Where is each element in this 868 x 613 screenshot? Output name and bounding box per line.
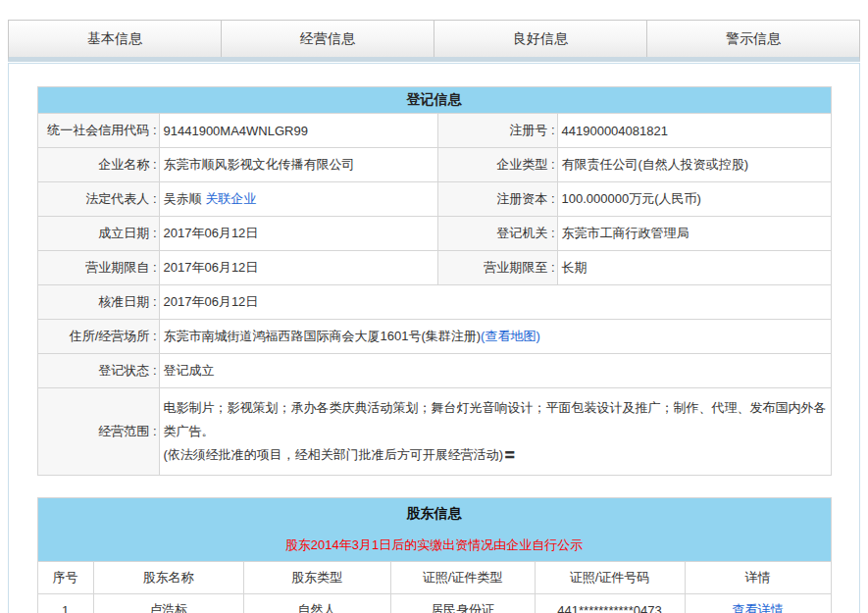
table-row: 企业名称 : 东莞市顺风影视文化传播有限公司 企业类型 : 有限责任公司(自然人… [37, 148, 831, 182]
term-to-value: 长期 [557, 251, 831, 285]
tab-good-info[interactable]: 良好信息 [434, 21, 647, 57]
registration-table-title: 登记信息 [37, 87, 831, 114]
table-row: 法定代表人 : 吴赤顺 关联企业 注册资本 : 100.000000万元(人民币… [37, 182, 831, 217]
table-title-row: 登记信息 [37, 87, 831, 114]
tab-basic-info[interactable]: 基本信息 [9, 21, 222, 57]
row-seq: 1 [37, 594, 93, 613]
col-header-id-type: 证照/证件类型 [390, 562, 535, 594]
shareholder-info-table: 股东信息 股东2014年3月1日后的实缴出资情况由企业自行公示 序号 股东名称 … [37, 497, 832, 613]
row-type: 自然人 [243, 594, 390, 613]
shareholder-table-title: 股东信息 [37, 498, 831, 531]
establish-date-label: 成立日期 : [37, 217, 159, 251]
reg-status-value: 登记成立 [159, 354, 831, 388]
view-map-link[interactable]: (查看地图) [481, 329, 540, 343]
tab-business-info[interactable]: 经营信息 [222, 21, 434, 57]
legal-rep-cell: 吴赤顺 关联企业 [159, 182, 437, 217]
company-name-label: 企业名称 : [37, 148, 159, 182]
col-header-id-no: 证照/证件号码 [535, 562, 685, 594]
col-header-name: 股东名称 [93, 562, 243, 594]
legal-rep-label: 法定代表人 : [37, 182, 159, 217]
term-to-label: 营业期限至 : [437, 251, 557, 285]
establish-date-value: 2017年06月12日 [159, 217, 437, 251]
table-notice-row: 股东2014年3月1日后的实缴出资情况由企业自行公示 [37, 530, 831, 562]
company-type-value: 有限责任公司(自然人投资或控股) [557, 148, 831, 182]
approval-date-label: 核准日期 : [37, 285, 159, 320]
company-name-value: 东莞市顺风影视文化传播有限公司 [159, 148, 437, 182]
term-from-value: 2017年06月12日 [159, 251, 437, 285]
business-scope-label: 经营范围 : [37, 388, 159, 476]
col-header-detail: 详情 [685, 562, 831, 594]
reg-authority-label: 登记机关 : [437, 217, 557, 251]
credit-code-label: 统一社会信用代码 : [37, 114, 159, 148]
address-cell: 东莞市南城街道鸿福西路国际商会大厦1601号(集群注册)(查看地图) [159, 320, 831, 354]
table-row: 营业期限自 : 2017年06月12日 营业期限至 : 长期 [37, 251, 831, 285]
reg-authority-value: 东莞市工商行政管理局 [557, 217, 831, 251]
approval-date-value: 2017年06月12日 [159, 285, 831, 320]
row-id-no: 441***********0473 [535, 594, 685, 613]
legal-rep-value: 吴赤顺 [164, 191, 202, 206]
table-row: 统一社会信用代码 : 91441900MA4WNLGR99 注册号 : 4419… [37, 114, 831, 148]
table-header-row: 序号 股东名称 股东类型 证照/证件类型 证照/证件号码 详情 [37, 562, 831, 594]
row-name: 卢浩标 [93, 594, 243, 613]
tab-bar: 基本信息 经营信息 良好信息 警示信息 [8, 20, 860, 62]
credit-code-value: 91441900MA4WNLGR99 [159, 114, 437, 148]
tab-warning-info[interactable]: 警示信息 [647, 21, 859, 57]
term-from-label: 营业期限自 : [37, 251, 159, 285]
content-panel: 登记信息 统一社会信用代码 : 91441900MA4WNLGR99 注册号 :… [8, 63, 860, 613]
table-row: 核准日期 : 2017年06月12日 [37, 285, 831, 320]
address-value: 东莞市南城街道鸿福西路国际商会大厦1601号(集群注册) [164, 329, 482, 343]
col-header-type: 股东类型 [243, 562, 390, 594]
table-row: 住所/经营场所 : 东莞市南城街道鸿福西路国际商会大厦1601号(集群注册)(查… [37, 320, 831, 354]
table-row: 登记状态 : 登记成立 [37, 354, 831, 388]
reg-status-label: 登记状态 : [37, 354, 159, 388]
reg-capital-label: 注册资本 : [437, 182, 557, 217]
registration-info-table: 登记信息 统一社会信用代码 : 91441900MA4WNLGR99 注册号 :… [37, 86, 832, 476]
reg-no-label: 注册号 : [437, 114, 557, 148]
business-scope-value: 电影制片；影视策划；承办各类庆典活动策划；舞台灯光音响设计；平面包装设计及推广；… [159, 388, 831, 476]
address-label: 住所/经营场所 : [37, 320, 159, 354]
table-row: 成立日期 : 2017年06月12日 登记机关 : 东莞市工商行政管理局 [37, 217, 831, 251]
reg-no-value: 441900004081821 [557, 114, 831, 148]
shareholder-notice: 股东2014年3月1日后的实缴出资情况由企业自行公示 [37, 530, 831, 562]
row-id-type: 居民身份证 [390, 594, 535, 613]
table-row: 经营范围 : 电影制片；影视策划；承办各类庆典活动策划；舞台灯光音响设计；平面包… [37, 388, 831, 476]
table-title-row: 股东信息 [37, 498, 831, 531]
table-row: 1 卢浩标 自然人 居民身份证 441***********0473 查看详情 [37, 594, 831, 613]
col-header-seq: 序号 [37, 562, 93, 594]
reg-capital-value: 100.000000万元(人民币) [557, 182, 831, 217]
row-detail: 查看详情 [685, 594, 831, 613]
view-detail-link[interactable]: 查看详情 [733, 602, 784, 613]
company-type-label: 企业类型 : [437, 148, 557, 182]
related-company-link[interactable]: 关联企业 [205, 191, 256, 206]
